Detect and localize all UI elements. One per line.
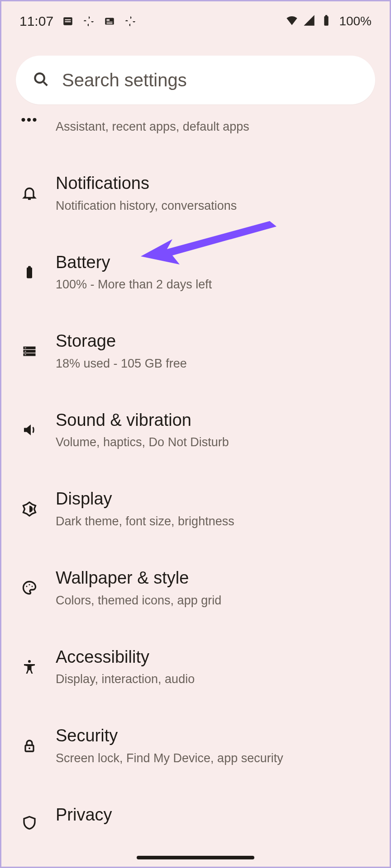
row-title: Notifications <box>56 173 371 194</box>
search-settings-field[interactable]: Search settings <box>16 56 375 104</box>
row-title: Accessibility <box>56 646 371 668</box>
row-subtitle: Colors, themed icons, app grid <box>56 593 371 609</box>
brightness-icon <box>20 500 38 518</box>
svg-rect-8 <box>325 15 328 17</box>
row-subtitle: Notification history, conversations <box>56 198 371 214</box>
settings-list[interactable]: ••• Assistant, recent apps, default apps… <box>1 113 390 826</box>
settings-row-battery[interactable]: Battery 100% - More than 2 days left <box>14 233 377 312</box>
svg-rect-12 <box>28 266 31 268</box>
privacy-shield-icon <box>20 814 38 832</box>
svg-point-23 <box>32 586 33 587</box>
svg-point-26 <box>29 747 30 749</box>
wifi-icon <box>286 14 298 28</box>
row-title: Display <box>56 488 371 510</box>
row-subtitle: Display, interaction, audio <box>56 671 371 687</box>
svg-rect-2 <box>65 21 71 22</box>
bell-icon <box>20 184 38 202</box>
accessibility-icon <box>20 658 38 676</box>
settings-row-privacy[interactable]: Privacy <box>14 785 377 826</box>
row-subtitle: 18% used - 105 GB free <box>56 356 371 372</box>
status-bar: 11:07 100% <box>1 1 390 38</box>
row-title: Security <box>56 725 371 747</box>
storage-icon <box>20 342 38 360</box>
row-subtitle: Screen lock, Find My Device, app securit… <box>56 750 371 766</box>
svg-rect-4 <box>107 19 110 21</box>
speaker-icon <box>20 421 38 439</box>
status-left-cluster: 11:07 <box>19 14 137 29</box>
settings-row-wallpaper[interactable]: Wallpaper & style Colors, themed icons, … <box>14 548 377 627</box>
row-title: Battery <box>56 252 371 274</box>
settings-screen: 11:07 100% <box>0 0 391 868</box>
status-right-cluster: 100% <box>286 14 372 28</box>
row-subtitle: 100% - More than 2 days left <box>56 277 371 292</box>
palette-icon <box>20 579 38 597</box>
row-title: Storage <box>56 330 371 352</box>
svg-point-22 <box>29 584 30 585</box>
row-title: Privacy <box>56 804 371 826</box>
row-title: Wallpaper & style <box>56 567 371 589</box>
clock-text: 11:07 <box>19 14 53 29</box>
search-container: Search settings <box>1 38 390 113</box>
news-notification-icon <box>103 15 116 28</box>
settings-row-notifications[interactable]: Notifications Notification history, conv… <box>14 154 377 233</box>
lock-icon <box>20 737 38 755</box>
svg-rect-11 <box>27 267 32 278</box>
svg-rect-18 <box>25 351 26 352</box>
svg-rect-6 <box>107 23 113 24</box>
row-title: Sound & vibration <box>56 410 371 431</box>
svg-point-21 <box>26 586 28 587</box>
svg-line-10 <box>43 82 47 85</box>
settings-row-sound[interactable]: Sound & vibration Volume, haptics, Do No… <box>14 391 377 470</box>
pinwheel-icon <box>82 15 95 28</box>
svg-rect-19 <box>25 354 26 355</box>
row-subtitle: Dark theme, font size, brightness <box>56 514 371 529</box>
cellular-signal-icon <box>303 14 315 28</box>
battery-status-icon <box>320 14 333 28</box>
more-dots-icon: ••• <box>20 115 38 133</box>
svg-rect-7 <box>324 16 329 26</box>
settings-row-security[interactable]: Security Screen lock, Find My Device, ap… <box>14 706 377 785</box>
settings-row-apps[interactable]: ••• Assistant, recent apps, default apps <box>14 113 377 154</box>
svg-rect-17 <box>25 347 26 348</box>
gesture-nav-bar[interactable] <box>137 856 254 859</box>
settings-row-accessibility[interactable]: Accessibility Display, interaction, audi… <box>14 627 377 707</box>
svg-rect-1 <box>65 19 71 20</box>
search-placeholder: Search settings <box>62 70 187 90</box>
pinwheel-icon-2 <box>124 15 137 28</box>
settings-row-storage[interactable]: Storage 18% used - 105 GB free <box>14 311 377 391</box>
row-subtitle: Assistant, recent apps, default apps <box>56 119 371 135</box>
svg-point-9 <box>35 73 44 83</box>
search-icon <box>32 71 49 90</box>
battery-icon <box>20 263 38 281</box>
battery-percentage-text: 100% <box>339 14 372 28</box>
settings-row-display[interactable]: Display Dark theme, font size, brightnes… <box>14 469 377 548</box>
svg-rect-5 <box>107 22 113 23</box>
row-subtitle: Volume, haptics, Do Not Disturb <box>56 434 371 450</box>
message-notification-icon <box>62 15 74 28</box>
svg-point-24 <box>28 660 31 663</box>
